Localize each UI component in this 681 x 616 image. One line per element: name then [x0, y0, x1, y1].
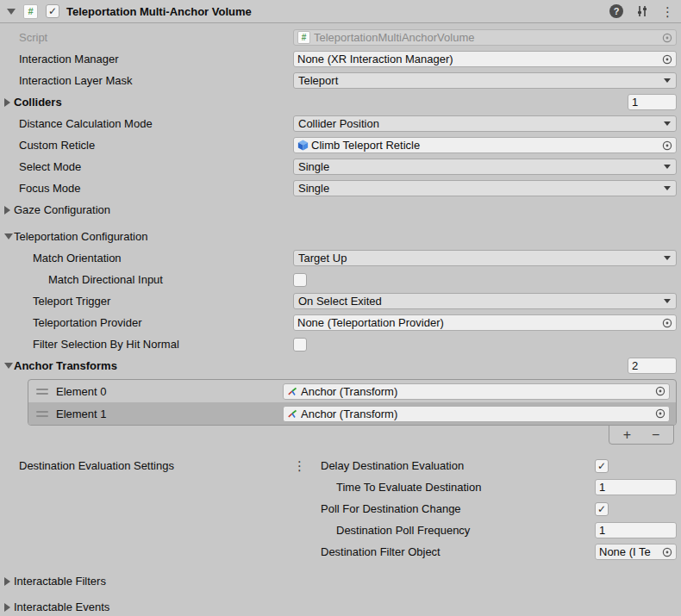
delay-destination-evaluation-checkbox[interactable]: ✓: [595, 459, 609, 473]
match-orientation-value: Target Up: [298, 252, 664, 264]
component-header[interactable]: # ✓ Teleportation Multi-Anchor Volume ? …: [0, 0, 681, 23]
teleportation-configuration-label[interactable]: Teleportation Configuration: [14, 230, 147, 243]
match-directional-input-row: Match Directional Input: [0, 269, 681, 290]
object-picker-icon[interactable]: [652, 408, 666, 420]
element-1-value: Anchor (Transform): [301, 408, 652, 420]
teleportation-provider-object-field[interactable]: None (Teleportation Provider): [293, 314, 677, 331]
object-picker-icon[interactable]: [659, 546, 673, 558]
teleportation-configuration-row: Teleportation Configuration: [0, 226, 681, 247]
select-mode-dropdown[interactable]: Single: [293, 159, 677, 175]
object-picker-icon[interactable]: [659, 140, 673, 152]
dropdown-arrow-icon: [664, 78, 671, 83]
foldout-closed-icon[interactable]: [4, 577, 10, 586]
distance-calculation-mode-label: Distance Calculation Mode: [0, 117, 293, 130]
list-add-remove-box: + −: [609, 425, 674, 445]
match-directional-input-checkbox[interactable]: [293, 273, 307, 287]
script-value: TeleportationMultiAnchorVolume: [314, 31, 659, 44]
poll-for-destination-change-row: Poll For Destination Change ✓: [319, 498, 681, 520]
object-picker-icon[interactable]: [659, 53, 673, 65]
element-1-object-field[interactable]: Anchor (Transform): [283, 406, 670, 422]
script-label: Script: [0, 31, 293, 44]
select-mode-value: Single: [298, 160, 664, 173]
foldout-closed-icon[interactable]: [4, 98, 10, 107]
interactable-events-label[interactable]: Interactable Events: [14, 600, 109, 613]
teleportation-provider-row: Teleportation Provider None (Teleportati…: [0, 312, 681, 333]
element-label: Element 1: [48, 408, 283, 420]
interaction-manager-label: Interaction Manager: [0, 53, 293, 65]
focus-mode-dropdown[interactable]: Single: [293, 180, 677, 196]
distance-calculation-mode-dropdown[interactable]: Collider Position: [293, 115, 677, 132]
delay-destination-evaluation-row: Delay Destination Evaluation ✓: [319, 455, 681, 476]
interaction-manager-object-field[interactable]: None (XR Interaction Manager): [293, 51, 677, 67]
custom-reticle-value: Climb Teleport Reticle: [311, 139, 659, 152]
anchor-transforms-list: Element 0 Anchor (Transform) Element 1: [28, 379, 677, 426]
dropdown-arrow-icon: [664, 299, 671, 303]
destination-poll-frequency-field[interactable]: 1: [595, 522, 677, 538]
prefab-cube-icon: [297, 140, 309, 151]
component-enabled-checkbox[interactable]: ✓: [46, 4, 59, 18]
custom-reticle-row: Custom Reticle Climb Teleport Reticle: [0, 134, 681, 156]
teleportation-provider-label: Teleportation Provider: [0, 316, 293, 329]
remove-element-button[interactable]: −: [645, 428, 667, 442]
colliders-count-field[interactable]: 1: [628, 94, 677, 110]
filter-selection-by-hit-normal-row: Filter Selection By Hit Normal: [0, 333, 681, 355]
foldout-open-icon[interactable]: [7, 9, 16, 15]
foldout-closed-icon[interactable]: [4, 206, 10, 215]
colliders-label[interactable]: Colliders: [14, 96, 62, 109]
interactable-events-row: Interactable Events: [0, 596, 681, 616]
anchor-transforms-count-field[interactable]: 2: [628, 358, 677, 374]
time-to-evaluate-destination-label: Time To Evaluate Destination: [319, 481, 595, 494]
list-item[interactable]: Element 0 Anchor (Transform): [28, 380, 676, 402]
focus-mode-row: Focus Mode Single: [0, 177, 681, 199]
time-to-evaluate-destination-row: Time To Evaluate Destination 1: [319, 476, 681, 498]
dropdown-arrow-icon: [664, 186, 671, 190]
foldout-closed-icon[interactable]: [4, 603, 10, 612]
interaction-layer-mask-label: Interaction Layer Mask: [0, 74, 293, 87]
filter-selection-by-hit-normal-label: Filter Selection By Hit Normal: [0, 338, 293, 351]
drag-handle-icon[interactable]: [36, 411, 48, 417]
match-orientation-row: Match Orientation Target Up: [0, 247, 681, 269]
list-item-selected[interactable]: Element 1 Anchor (Transform): [28, 402, 676, 425]
script-row: Script # TeleportationMultiAnchorVolume: [0, 27, 681, 48]
gaze-configuration-row: Gaze Configuration: [0, 199, 681, 221]
filter-selection-by-hit-normal-checkbox[interactable]: [293, 338, 307, 352]
custom-reticle-object-field[interactable]: Climb Teleport Reticle: [293, 137, 677, 153]
settings-kebab-icon[interactable]: ⋮: [293, 459, 306, 472]
more-menu-icon[interactable]: ⋮: [661, 5, 674, 18]
foldout-open-icon[interactable]: [4, 233, 13, 240]
destination-evaluation-settings-label: Destination Evaluation Settings: [0, 455, 293, 476]
interaction-layer-mask-value: Teleport: [298, 74, 664, 87]
interaction-manager-row: Interaction Manager None (XR Interaction…: [0, 48, 681, 70]
destination-filter-object-label: Destination Filter Object: [319, 545, 595, 558]
object-picker-icon[interactable]: [652, 385, 666, 397]
foldout-open-icon[interactable]: [4, 363, 13, 369]
custom-reticle-label: Custom Reticle: [0, 139, 293, 152]
teleport-trigger-value: On Select Exited: [298, 295, 664, 308]
dropdown-arrow-icon: [664, 121, 671, 126]
destination-evaluation-settings-section: Destination Evaluation Settings ⋮ Delay …: [0, 455, 681, 563]
interaction-layer-mask-dropdown[interactable]: Teleport: [293, 72, 677, 89]
match-orientation-dropdown[interactable]: Target Up: [293, 250, 677, 266]
time-to-evaluate-destination-field[interactable]: 1: [595, 479, 677, 495]
gaze-configuration-label[interactable]: Gaze Configuration: [14, 203, 110, 216]
destination-poll-frequency-label: Destination Poll Frequency: [319, 524, 595, 537]
teleport-trigger-dropdown[interactable]: On Select Exited: [293, 293, 677, 309]
object-picker-icon[interactable]: [659, 317, 673, 329]
help-icon[interactable]: ?: [609, 4, 623, 18]
interactable-filters-label[interactable]: Interactable Filters: [14, 575, 106, 588]
list-footer: + −: [0, 426, 681, 445]
element-0-object-field[interactable]: Anchor (Transform): [283, 383, 670, 400]
drag-handle-icon[interactable]: [36, 389, 48, 395]
destination-filter-object-row: Destination Filter Object None (I Te: [319, 541, 681, 563]
add-element-button[interactable]: +: [615, 428, 638, 442]
poll-for-destination-change-checkbox[interactable]: ✓: [595, 502, 609, 516]
csharp-script-icon: #: [297, 31, 310, 44]
anchor-transforms-label[interactable]: Anchor Transforms: [14, 359, 117, 372]
destination-filter-object-field[interactable]: None (I Te: [595, 544, 677, 560]
interaction-layer-mask-row: Interaction Layer Mask Teleport: [0, 70, 681, 91]
transform-icon: [287, 408, 297, 419]
destination-filter-object-value: None (I Te: [599, 545, 659, 558]
distance-calculation-mode-value: Collider Position: [298, 117, 664, 130]
object-picker-icon: [659, 32, 673, 44]
presets-icon[interactable]: [635, 4, 649, 18]
